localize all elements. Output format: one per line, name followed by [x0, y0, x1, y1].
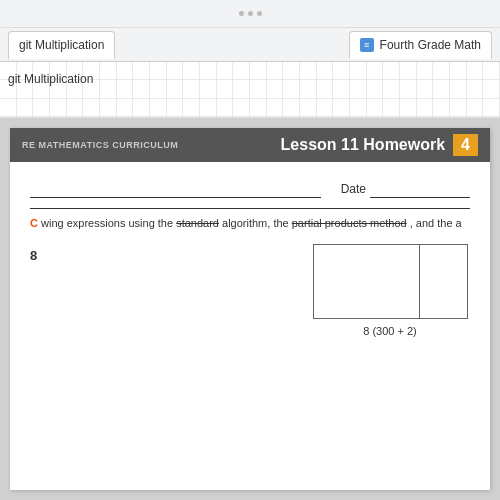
grid-cell: [367, 99, 384, 117]
grid-cell: [383, 99, 400, 117]
lesson-number: 4: [453, 134, 478, 156]
window-controls: [239, 11, 262, 16]
grid-cell: [117, 99, 134, 117]
grid-cell: [317, 99, 334, 117]
name-line: [30, 178, 321, 198]
method1-text: standard: [176, 217, 219, 229]
grid-cell: [383, 80, 400, 98]
tab-multiplication-label: git Multiplication: [19, 38, 104, 52]
grid-cell: [117, 80, 134, 98]
grid-cell: [433, 62, 450, 80]
grid-cell: [400, 99, 417, 117]
grid-cell: [67, 99, 84, 117]
grid-cell: [333, 80, 350, 98]
curriculum-header: RE MATHEMATICS CURRICULUM Lesson 11 Home…: [10, 128, 490, 162]
spreadsheet-label: git Multiplication: [8, 72, 93, 86]
grid-cell: [467, 80, 484, 98]
grid-cell: [350, 99, 367, 117]
grid-cell: [283, 62, 300, 80]
box-diagram: 8 (300 + 2): [310, 244, 470, 337]
document-page: RE MATHEMATICS CURRICULUM Lesson 11 Home…: [10, 128, 490, 490]
grid-cell: [117, 62, 134, 80]
rectangle-box: [313, 244, 468, 319]
grid-cell: [183, 80, 200, 98]
grid-cell: [50, 99, 67, 117]
grid-cell: [300, 62, 317, 80]
grid-cell: [467, 62, 484, 80]
grid-cell: [333, 99, 350, 117]
grid-cell: [133, 99, 150, 117]
grid-cell: [200, 99, 217, 117]
grid-cell: [333, 62, 350, 80]
instruction-row: C wing expressions using the standard al…: [30, 208, 470, 232]
grid-cell: [400, 80, 417, 98]
grid-cell: [217, 99, 234, 117]
grid-cell: [400, 62, 417, 80]
curriculum-text: RE MATHEMATICS CURRICULUM: [22, 140, 178, 150]
grid-cell: [183, 62, 200, 80]
grid-cell: [167, 99, 184, 117]
grid-cell: [217, 80, 234, 98]
grid-cell: [283, 99, 300, 117]
grid-cell: [200, 80, 217, 98]
grid-cell: [417, 62, 434, 80]
grid-cell: [217, 62, 234, 80]
rect-divider: [419, 245, 421, 318]
grid-cell: [183, 99, 200, 117]
spreadsheet-area: // Render grid cells inline document.cur…: [0, 62, 500, 118]
grid-cell: [100, 80, 117, 98]
grid-cell: [300, 99, 317, 117]
grid-lines: // Render grid cells inline document.cur…: [0, 62, 500, 117]
grid-cell: [250, 62, 267, 80]
grid-cell: [317, 62, 334, 80]
grid-cell: [350, 80, 367, 98]
grid-cell: [233, 62, 250, 80]
dot-3: [257, 11, 262, 16]
grid-cell: [367, 62, 384, 80]
instruction-prefix: wing expressions using the: [41, 217, 176, 229]
grid-cell: [267, 99, 284, 117]
grid-cell: [300, 80, 317, 98]
tab-fourth-grade[interactable]: ≡ Fourth Grade Math: [349, 31, 492, 59]
grid-cell: [200, 62, 217, 80]
instruction-suffix: , and the a: [410, 217, 462, 229]
grid-cell: [133, 80, 150, 98]
date-section: Date: [341, 178, 470, 198]
grid-cell: [317, 80, 334, 98]
grid-cell: [0, 99, 17, 117]
grid-cell: [100, 99, 117, 117]
problem-row: 8 8 (300 + 2): [30, 244, 470, 337]
method2-text: partial products method: [292, 217, 407, 229]
orange-label: C: [30, 217, 38, 229]
dot-2: [248, 11, 253, 16]
grid-cell: [450, 80, 467, 98]
grid-cell: [433, 80, 450, 98]
grid-cell: [233, 99, 250, 117]
name-date-row: Date: [30, 178, 470, 198]
grid-cell: [450, 99, 467, 117]
grid-cell: [483, 80, 500, 98]
grid-cell: [233, 80, 250, 98]
grid-cell: [83, 99, 100, 117]
grid-cell: [467, 99, 484, 117]
grid-cell: [167, 80, 184, 98]
grid-cell: [350, 62, 367, 80]
grid-cell: [250, 99, 267, 117]
box-label: 8 (300 + 2): [363, 325, 417, 337]
grid-cell: [17, 99, 34, 117]
grid-cell: [167, 62, 184, 80]
grid-cell: [483, 99, 500, 117]
date-label: Date: [341, 182, 366, 198]
grid-cell: [33, 99, 50, 117]
grid-cell: [150, 99, 167, 117]
document-area: RE MATHEMATICS CURRICULUM Lesson 11 Home…: [0, 118, 500, 500]
grid-cell: [150, 80, 167, 98]
grid-cell: [417, 99, 434, 117]
grid-cell: [383, 62, 400, 80]
grid-cell: [133, 62, 150, 80]
grid-cell: [450, 62, 467, 80]
tab-multiplication[interactable]: git Multiplication: [8, 31, 115, 59]
lesson-title: Lesson 11 Homework: [281, 136, 446, 154]
tab-fourth-grade-label: Fourth Grade Math: [380, 38, 481, 52]
tab-bar: git Multiplication ≡ Fourth Grade Math: [0, 28, 500, 62]
